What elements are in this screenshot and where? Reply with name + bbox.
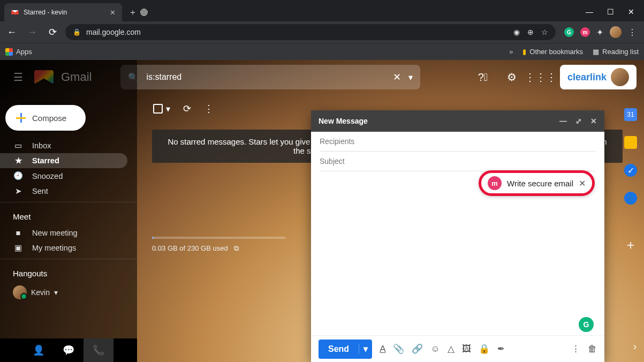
more-options-icon[interactable]: ⋮ bbox=[571, 343, 580, 355]
select-all[interactable]: ▾ bbox=[153, 104, 170, 114]
forward-button[interactable]: → bbox=[25, 25, 40, 40]
browser-tab[interactable]: Starred - kevin ✕ bbox=[4, 3, 122, 21]
signature-icon[interactable]: ✒ bbox=[497, 343, 505, 355]
nav-label: Inbox bbox=[32, 141, 51, 150]
discard-draft-icon[interactable]: 🗑 bbox=[588, 344, 597, 355]
bookmark-overflow-icon[interactable]: » bbox=[509, 48, 513, 56]
nav-label: New meeting bbox=[32, 229, 78, 237]
grammarly-ext-icon[interactable]: G bbox=[564, 27, 574, 37]
reading-list-label: Reading list bbox=[602, 48, 639, 56]
chevron-down-icon: ▾ bbox=[54, 288, 58, 297]
close-compose-icon[interactable]: ✕ bbox=[590, 117, 597, 125]
nav-label: My meetings bbox=[32, 244, 76, 252]
window-close-icon[interactable]: ✕ bbox=[628, 7, 634, 16]
dismiss-chip-icon[interactable]: ✕ bbox=[579, 178, 586, 188]
confidential-icon[interactable]: 🔒 bbox=[479, 343, 490, 355]
back-button[interactable]: ← bbox=[4, 25, 19, 40]
window-minimize-icon[interactable]: — bbox=[586, 7, 593, 16]
subject-field[interactable]: Subject bbox=[320, 152, 596, 171]
more-icon[interactable]: ⋮ bbox=[204, 103, 214, 115]
mailock-logo-icon: m bbox=[488, 176, 502, 190]
image-icon[interactable]: 🖼 bbox=[462, 344, 471, 355]
keep-addon-icon[interactable] bbox=[624, 136, 637, 149]
send-button[interactable]: Send ▾ bbox=[319, 340, 372, 359]
refresh-icon[interactable]: ⟳ bbox=[183, 103, 191, 115]
compose-label: Compose bbox=[32, 114, 66, 123]
side-panel-toggle-icon[interactable]: › bbox=[633, 341, 637, 352]
other-bookmarks-folder[interactable]: ▮ Other bookmarks bbox=[522, 48, 583, 56]
mail-toolbar: ▾ ⟳ ⋮ bbox=[153, 103, 214, 115]
browser-toolbar: ← → ⟳ 🔒 mail.google.com ◉ ⊕ ☆ G m ✦ ⋮ bbox=[0, 21, 644, 43]
inbox-icon: ▭ bbox=[13, 141, 24, 150]
tab-title: Starred - kevin bbox=[24, 9, 67, 16]
nav-new-meeting[interactable]: ■New meeting bbox=[0, 225, 127, 240]
bookmarks-bar: Apps » ▮ Other bookmarks ▦ Reading list bbox=[0, 43, 644, 60]
zoom-icon[interactable]: ⊕ bbox=[527, 28, 534, 36]
nav-sent[interactable]: ➤Sent bbox=[0, 184, 127, 199]
format-icon[interactable]: A bbox=[380, 344, 385, 355]
reading-list-button[interactable]: ▦ Reading list bbox=[593, 48, 639, 56]
window-maximize-icon[interactable]: ☐ bbox=[607, 7, 614, 16]
storage-usage: 0.03 GB of 230 GB used ⧉ bbox=[152, 237, 286, 253]
video-icon: ■ bbox=[13, 229, 24, 237]
nav-my-meetings[interactable]: ▣My meetings bbox=[0, 240, 127, 255]
phone-tab-icon[interactable]: 📞 bbox=[84, 338, 113, 362]
nav-label: Sent bbox=[32, 187, 48, 195]
url-text: mail.google.com bbox=[86, 28, 141, 36]
minimize-compose-icon[interactable]: — bbox=[559, 117, 567, 125]
compose-window: New Message — ⤢ ✕ Recipients Subject m W… bbox=[311, 110, 604, 362]
get-addons-icon[interactable]: ＋ bbox=[622, 236, 640, 254]
send-options-icon[interactable]: ▾ bbox=[359, 344, 372, 354]
recipients-field[interactable]: Recipients bbox=[320, 132, 596, 152]
contacts-tab-icon[interactable]: 👤 bbox=[24, 338, 54, 362]
new-tab-button[interactable]: ＋ bbox=[125, 5, 140, 20]
nav-starred[interactable]: ★Starred bbox=[0, 153, 127, 168]
side-panel: 31 ✓ 👤 ＋ bbox=[617, 105, 644, 362]
list-icon: ▦ bbox=[593, 48, 599, 56]
compose-button[interactable]: Compose bbox=[5, 105, 86, 131]
apps-grid-icon bbox=[5, 48, 13, 56]
hangouts-section-label: Hangouts bbox=[0, 262, 137, 282]
link-icon[interactable]: 🔗 bbox=[412, 343, 423, 355]
emoji-icon[interactable]: ☺ bbox=[430, 344, 440, 355]
contacts-addon-icon[interactable]: 👤 bbox=[624, 192, 637, 205]
grammarly-badge-icon[interactable]: G bbox=[579, 317, 594, 332]
tasks-addon-icon[interactable]: ✓ bbox=[624, 164, 637, 177]
checkbox-icon bbox=[153, 104, 163, 114]
chat-tab-icon[interactable]: 💬 bbox=[54, 338, 84, 362]
calendar-addon-icon[interactable]: 31 bbox=[624, 108, 637, 121]
secure-email-label: Write secure email bbox=[507, 179, 573, 188]
mailock-ext-icon[interactable]: m bbox=[580, 27, 590, 37]
chrome-profile-indicator[interactable] bbox=[140, 9, 148, 16]
star-icon[interactable]: ☆ bbox=[541, 28, 548, 36]
extensions-icon[interactable]: ✦ bbox=[596, 27, 603, 37]
plus-icon bbox=[16, 113, 26, 123]
eye-icon[interactable]: ◉ bbox=[513, 28, 520, 36]
storage-text: 0.03 GB of 230 GB used bbox=[152, 244, 228, 252]
chrome-menu-icon[interactable]: ⋮ bbox=[628, 27, 637, 37]
apps-shortcut[interactable]: Apps bbox=[5, 48, 32, 56]
chevron-down-icon: ▾ bbox=[166, 104, 170, 114]
nav-inbox[interactable]: ▭Inbox bbox=[0, 138, 127, 153]
compose-footer: Send ▾ A 📎 🔗 ☺ △ 🖼 🔒 ✒ ⋮ 🗑 bbox=[311, 335, 604, 362]
hangouts-bottom-bar: 👤 💬 📞 bbox=[0, 338, 137, 362]
fullscreen-compose-icon[interactable]: ⤢ bbox=[575, 117, 582, 125]
drive-icon[interactable]: △ bbox=[448, 343, 454, 355]
profile-avatar-icon[interactable] bbox=[610, 26, 622, 38]
compose-title: New Message bbox=[319, 117, 368, 125]
lock-icon: 🔒 bbox=[73, 28, 81, 36]
address-bar[interactable]: 🔒 mail.google.com ◉ ⊕ ☆ bbox=[65, 24, 556, 40]
user-avatar-icon bbox=[13, 285, 27, 299]
user-name-label: Kevin bbox=[31, 288, 50, 297]
tab-close-icon[interactable]: ✕ bbox=[110, 9, 116, 17]
window-titlebar: Starred - kevin ✕ ＋ — ☐ ✕ bbox=[0, 0, 644, 21]
folder-icon: ▮ bbox=[522, 48, 526, 56]
nav-snoozed[interactable]: 🕘Snoozed bbox=[0, 168, 127, 184]
open-storage-icon[interactable]: ⧉ bbox=[234, 244, 239, 252]
calendar-icon: ▣ bbox=[13, 244, 24, 252]
secure-email-chip[interactable]: m Write secure email ✕ bbox=[479, 170, 595, 196]
reload-button[interactable]: ⟳ bbox=[45, 25, 60, 40]
attach-icon[interactable]: 📎 bbox=[393, 343, 404, 355]
hangouts-user[interactable]: Kevin ▾ bbox=[0, 282, 137, 303]
compose-header[interactable]: New Message — ⤢ ✕ bbox=[311, 110, 604, 132]
